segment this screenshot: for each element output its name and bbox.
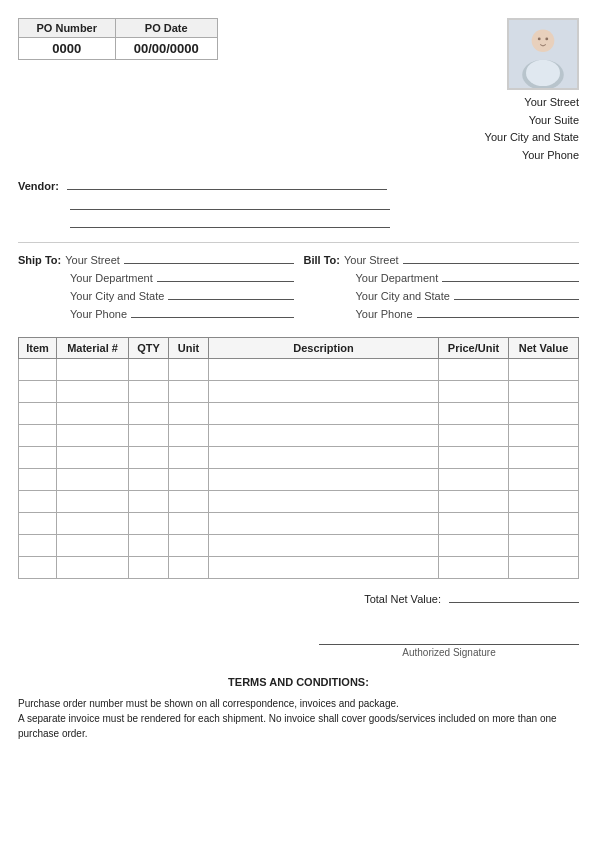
cell-item[interactable] xyxy=(19,359,57,381)
cell-material[interactable] xyxy=(57,381,129,403)
total-label: Total Net Value: xyxy=(364,593,441,605)
cell-price[interactable] xyxy=(439,535,509,557)
po-date-value: 00/00/0000 xyxy=(115,38,218,60)
cell-qty[interactable] xyxy=(129,359,169,381)
cell-net[interactable] xyxy=(509,469,579,491)
cell-net[interactable] xyxy=(509,491,579,513)
ship-to-dept-field[interactable] xyxy=(157,269,294,282)
cell-unit[interactable] xyxy=(169,381,209,403)
cell-material[interactable] xyxy=(57,469,129,491)
cell-item[interactable] xyxy=(19,557,57,579)
cell-price[interactable] xyxy=(439,403,509,425)
cell-unit[interactable] xyxy=(169,535,209,557)
company-info: Your Street Your Suite Your City and Sta… xyxy=(485,94,579,164)
cell-unit[interactable] xyxy=(169,359,209,381)
cell-material[interactable] xyxy=(57,447,129,469)
cell-material[interactable] xyxy=(57,403,129,425)
cell-material[interactable] xyxy=(57,359,129,381)
cell-item[interactable] xyxy=(19,425,57,447)
total-value-field[interactable] xyxy=(449,589,579,603)
cell-price[interactable] xyxy=(439,359,509,381)
cell-qty[interactable] xyxy=(129,535,169,557)
cell-item[interactable] xyxy=(19,403,57,425)
cell-price[interactable] xyxy=(439,557,509,579)
cell-net[interactable] xyxy=(509,447,579,469)
cell-unit[interactable] xyxy=(169,447,209,469)
ship-to-city-field[interactable] xyxy=(168,287,293,300)
company-city-state: Your City and State xyxy=(485,129,579,147)
cell-desc[interactable] xyxy=(209,535,439,557)
cell-net[interactable] xyxy=(509,535,579,557)
cell-price[interactable] xyxy=(439,447,509,469)
cell-price[interactable] xyxy=(439,469,509,491)
signature-section: Authorized Signature xyxy=(18,625,579,658)
cell-desc[interactable] xyxy=(209,469,439,491)
ship-to-phone-row: Your Phone xyxy=(18,305,294,320)
vendor-field-1[interactable] xyxy=(67,176,387,190)
cell-net[interactable] xyxy=(509,403,579,425)
ship-to-phone-field[interactable] xyxy=(131,305,293,318)
header-material: Material # xyxy=(57,338,129,359)
cell-net[interactable] xyxy=(509,557,579,579)
cell-desc[interactable] xyxy=(209,513,439,535)
bill-to-phone-field[interactable] xyxy=(417,305,579,318)
cell-material[interactable] xyxy=(57,513,129,535)
cell-material[interactable] xyxy=(57,491,129,513)
bill-to-street-field[interactable] xyxy=(403,251,579,264)
cell-material[interactable] xyxy=(57,535,129,557)
cell-qty[interactable] xyxy=(129,425,169,447)
cell-unit[interactable] xyxy=(169,557,209,579)
company-phone: Your Phone xyxy=(485,147,579,165)
cell-desc[interactable] xyxy=(209,425,439,447)
cell-item[interactable] xyxy=(19,491,57,513)
svg-point-4 xyxy=(526,60,560,86)
cell-price[interactable] xyxy=(439,513,509,535)
cell-net[interactable] xyxy=(509,425,579,447)
cell-desc[interactable] xyxy=(209,403,439,425)
divider-1 xyxy=(18,242,579,243)
cell-desc[interactable] xyxy=(209,359,439,381)
po-number-value: 0000 xyxy=(19,38,116,60)
cell-net[interactable] xyxy=(509,381,579,403)
bill-to-city: Your City and State xyxy=(356,290,450,302)
vendor-field-3[interactable] xyxy=(70,214,390,228)
cell-unit[interactable] xyxy=(169,425,209,447)
ship-to-street-field[interactable] xyxy=(124,251,294,264)
cell-qty[interactable] xyxy=(129,381,169,403)
po-table: PO Number PO Date 0000 00/00/0000 xyxy=(18,18,218,60)
cell-item[interactable] xyxy=(19,447,57,469)
cell-qty[interactable] xyxy=(129,447,169,469)
table-row xyxy=(19,535,579,557)
cell-qty[interactable] xyxy=(129,513,169,535)
cell-item[interactable] xyxy=(19,381,57,403)
cell-unit[interactable] xyxy=(169,491,209,513)
cell-item[interactable] xyxy=(19,535,57,557)
cell-qty[interactable] xyxy=(129,469,169,491)
cell-net[interactable] xyxy=(509,513,579,535)
cell-price[interactable] xyxy=(439,491,509,513)
vendor-field-2[interactable] xyxy=(70,196,390,210)
cell-item[interactable] xyxy=(19,469,57,491)
cell-item[interactable] xyxy=(19,513,57,535)
cell-desc[interactable] xyxy=(209,491,439,513)
ship-to-phone: Your Phone xyxy=(70,308,127,320)
cell-net[interactable] xyxy=(509,359,579,381)
cell-qty[interactable] xyxy=(129,557,169,579)
cell-unit[interactable] xyxy=(169,513,209,535)
cell-desc[interactable] xyxy=(209,557,439,579)
cell-qty[interactable] xyxy=(129,491,169,513)
cell-unit[interactable] xyxy=(169,469,209,491)
cell-price[interactable] xyxy=(439,425,509,447)
bill-to-phone-row: Your Phone xyxy=(304,305,580,320)
cell-desc[interactable] xyxy=(209,447,439,469)
bill-to-city-field[interactable] xyxy=(454,287,579,300)
cell-material[interactable] xyxy=(57,557,129,579)
cell-desc[interactable] xyxy=(209,381,439,403)
cell-unit[interactable] xyxy=(169,403,209,425)
header-price-unit: Price/Unit xyxy=(439,338,509,359)
cell-material[interactable] xyxy=(57,425,129,447)
cell-price[interactable] xyxy=(439,381,509,403)
vendor-section: Vendor: xyxy=(18,176,579,228)
cell-qty[interactable] xyxy=(129,403,169,425)
bill-to-dept-field[interactable] xyxy=(442,269,579,282)
